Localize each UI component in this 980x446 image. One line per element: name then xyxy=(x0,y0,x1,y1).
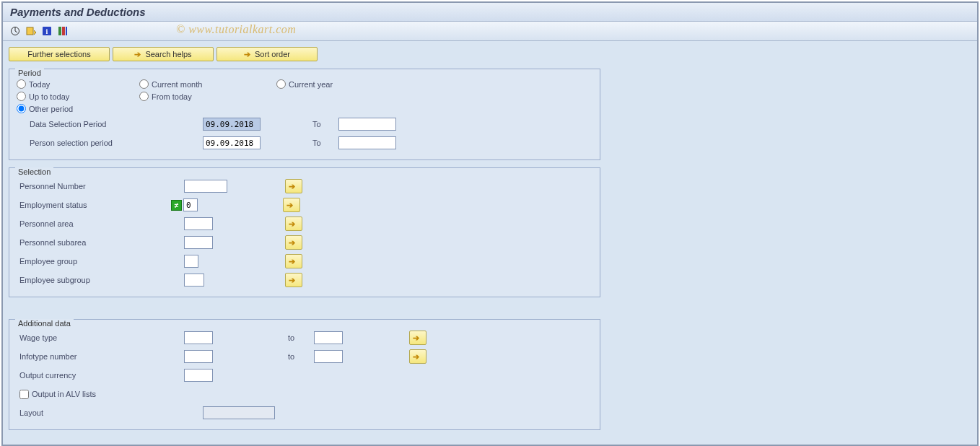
svg-text:i: i xyxy=(46,27,48,35)
period-title: Period xyxy=(15,69,44,77)
arrow-right-icon: ➔ xyxy=(244,50,250,59)
data-selection-period-label: Data Selection Period xyxy=(17,120,203,128)
wage-type-label: Wage type xyxy=(17,333,184,342)
svg-rect-6 xyxy=(66,27,67,35)
info-icon[interactable]: i xyxy=(40,25,53,38)
employee-group-input[interactable] xyxy=(184,255,198,268)
svg-rect-1 xyxy=(27,27,33,35)
employee-subgroup-input[interactable] xyxy=(184,274,204,287)
arrow-right-icon: ➔ xyxy=(413,333,419,343)
radio-other-period[interactable]: Other period xyxy=(17,104,139,113)
multi-selection-button[interactable]: ➔ xyxy=(285,254,302,268)
infotype-to-input[interactable] xyxy=(314,350,343,363)
multi-selection-button[interactable]: ➔ xyxy=(285,217,302,231)
arrow-right-icon: ➔ xyxy=(134,50,141,59)
selection-groupbox: Selection Personnel Number ➔ Employment … xyxy=(9,167,600,297)
person-selection-to-input[interactable] xyxy=(338,136,396,149)
radio-from-today[interactable]: From today xyxy=(139,92,276,101)
selection-title: Selection xyxy=(15,167,53,176)
infotype-from-input[interactable] xyxy=(184,350,213,363)
multi-selection-button[interactable]: ➔ xyxy=(285,273,302,287)
radio-today[interactable]: Today xyxy=(17,79,139,89)
personnel-area-input[interactable] xyxy=(184,217,213,230)
to-label: To xyxy=(310,139,338,147)
arrow-right-icon: ➔ xyxy=(289,182,295,191)
arrow-right-icon: ➔ xyxy=(289,238,295,248)
personnel-number-label: Personnel Number xyxy=(17,182,184,191)
person-selection-period-label: Person selection period xyxy=(17,139,203,147)
wage-type-to-input[interactable] xyxy=(314,331,343,344)
data-selection-to-input[interactable] xyxy=(338,118,396,131)
personnel-area-label: Personnel area xyxy=(17,219,184,228)
sort-order-button[interactable]: ➔ Sort order xyxy=(216,47,318,61)
output-currency-label: Output currency xyxy=(17,371,184,380)
multi-selection-button[interactable]: ➔ xyxy=(409,331,426,345)
radio-current-month[interactable]: Current month xyxy=(139,79,276,89)
additional-data-groupbox: Additional data Wage type to ➔ Infotype … xyxy=(9,319,600,430)
employee-group-label: Employee group xyxy=(17,257,184,266)
watermark: © www.tutorialkart.com xyxy=(176,23,296,36)
personnel-subarea-label: Personnel subarea xyxy=(17,238,184,247)
period-groupbox: Period Today Current month Current year … xyxy=(9,69,600,160)
output-currency-input[interactable] xyxy=(184,369,213,382)
radio-current-year[interactable]: Current year xyxy=(276,79,406,89)
layout-label: Layout xyxy=(17,408,203,417)
infotype-number-label: Infotype number xyxy=(17,352,184,361)
personnel-subarea-input[interactable] xyxy=(184,236,213,249)
data-selection-from-input[interactable] xyxy=(203,118,261,131)
svg-rect-4 xyxy=(58,27,61,35)
employment-status-input[interactable] xyxy=(183,198,198,211)
radio-up-to-today[interactable]: Up to today xyxy=(17,92,139,101)
multi-selection-button[interactable]: ➔ xyxy=(285,235,302,250)
page-title: Payments and Deductions xyxy=(3,3,977,22)
person-selection-from-input[interactable] xyxy=(203,136,261,149)
layout-input[interactable] xyxy=(203,406,275,419)
multi-selection-button[interactable]: ➔ xyxy=(285,179,302,193)
arrow-right-icon: ➔ xyxy=(286,201,293,210)
execute-icon[interactable] xyxy=(9,25,22,38)
employment-status-label: Employment status xyxy=(17,201,171,209)
further-selections-button[interactable]: Further selections xyxy=(9,47,110,61)
app-frame: Payments and Deductions i © www.tutorial… xyxy=(1,1,979,446)
to-label-lc: to xyxy=(285,352,314,361)
to-label: To xyxy=(310,120,338,128)
get-variant-icon[interactable] xyxy=(25,25,38,38)
multi-selection-button[interactable]: ➔ xyxy=(283,198,300,212)
toolbar: i © www.tutorialkart.com xyxy=(3,22,977,41)
to-label-lc: to xyxy=(285,333,314,342)
employee-subgroup-label: Employee subgroup xyxy=(17,276,184,284)
personnel-number-input[interactable] xyxy=(184,180,227,193)
arrow-right-icon: ➔ xyxy=(289,219,295,229)
multi-selection-button[interactable]: ➔ xyxy=(409,349,426,364)
additional-data-title: Additional data xyxy=(15,319,74,328)
svg-rect-5 xyxy=(62,27,65,35)
not-equal-icon[interactable]: ≠ xyxy=(171,200,182,211)
arrow-right-icon: ➔ xyxy=(413,352,419,362)
search-helps-button[interactable]: ➔ Search helps xyxy=(113,47,214,61)
selection-button-row: Further selections ➔ Search helps ➔ Sort… xyxy=(3,41,977,66)
arrow-right-icon: ➔ xyxy=(289,276,295,285)
org-structure-icon[interactable] xyxy=(56,25,69,38)
arrow-right-icon: ➔ xyxy=(289,257,295,266)
output-alv-checkbox[interactable]: Output in ALV lists xyxy=(17,390,96,399)
wage-type-from-input[interactable] xyxy=(184,331,213,344)
